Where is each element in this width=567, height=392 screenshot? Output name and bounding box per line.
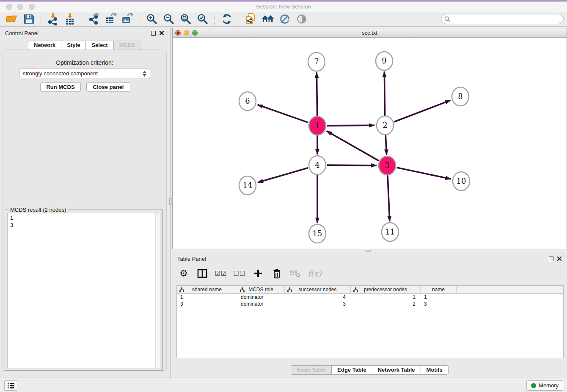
close-panel-icon[interactable] [557, 256, 562, 261]
table-tab-node-table[interactable]: Node Table [291, 365, 331, 375]
column-header-mcds-role[interactable]: MCDS role [237, 286, 285, 293]
cell-successor-nodes[interactable]: 4 [285, 294, 351, 301]
cell-shared-name[interactable]: 1 [177, 294, 237, 301]
graph-node-9[interactable]: 9 [376, 52, 393, 70]
cell-predecessor-nodes[interactable]: 2 [351, 301, 421, 307]
table-settings-gear-icon[interactable] [177, 266, 190, 281]
float-panel-icon[interactable] [549, 257, 553, 261]
divider-grab-handle[interactable] [169, 198, 172, 205]
graph-edge-1-6[interactable] [258, 105, 308, 122]
zoom-window-icon[interactable] [29, 4, 35, 10]
graph-edge-2-9[interactable] [384, 72, 385, 116]
graph-edge-3-11[interactable] [388, 175, 390, 221]
close-panel-icon[interactable] [159, 30, 164, 36]
show-details-eye-icon[interactable] [295, 13, 309, 25]
column-header-name[interactable]: name [421, 286, 457, 293]
graph-node-7[interactable]: 7 [308, 52, 325, 71]
show-columns-icon[interactable] [196, 266, 209, 281]
zoom-out-button[interactable] [162, 13, 176, 25]
cell-mcds-role[interactable]: dominator [237, 301, 285, 307]
hide-style-button[interactable] [278, 13, 292, 25]
import-table-button[interactable] [63, 13, 77, 25]
graph-edge-4-3[interactable] [327, 165, 377, 166]
horizontal-split-divider[interactable] [172, 249, 567, 252]
table-row[interactable]: 1dominator411 [177, 294, 563, 301]
graph-edge-2-3[interactable] [385, 135, 386, 155]
memory-button[interactable]: Memory [526, 380, 563, 391]
column-header-successor-nodes[interactable]: successor nodes [285, 286, 351, 293]
app-titlebar: Session: New Session [0, 2, 567, 12]
table-tab-edge-table[interactable]: Edge Table [331, 365, 372, 375]
mcds-result-text[interactable]: 13 [7, 213, 160, 368]
table-tab-motifs[interactable]: Motifs [421, 365, 449, 375]
graph-svg[interactable]: 7968124314101511 [173, 38, 567, 249]
graph-node-15[interactable]: 15 [309, 224, 326, 243]
export-network-button[interactable] [87, 13, 101, 25]
graph-edge-1-2[interactable] [327, 125, 374, 126]
graph-edge-3-1[interactable] [327, 131, 379, 160]
zoom-fit-button[interactable] [179, 13, 193, 25]
optimization-select[interactable]: strongly connected component [19, 69, 150, 78]
graph-node-label: 9 [382, 56, 386, 65]
duplicate-network-button[interactable] [244, 13, 258, 25]
graph-node-2[interactable]: 2 [377, 116, 394, 135]
column-header-predecessor-nodes[interactable]: predecessor nodes [351, 286, 421, 293]
search-input[interactable] [441, 14, 564, 24]
deselect-all-icon[interactable] [233, 266, 246, 281]
cell-successor-nodes[interactable]: 3 [285, 301, 351, 307]
vertical-split-divider[interactable] [169, 27, 172, 378]
graph-node-14[interactable]: 14 [239, 176, 256, 195]
function-builder-icon[interactable]: f(x) [308, 266, 322, 281]
cell-name[interactable]: 1 [421, 294, 457, 301]
tab-mcds[interactable]: MCDS [113, 41, 141, 50]
table-tab-network-table[interactable]: Network Table [372, 365, 421, 375]
graph-node-10[interactable]: 10 [453, 172, 470, 190]
select-all-icon[interactable] [215, 266, 227, 281]
import-network-button[interactable] [46, 13, 60, 25]
tab-network[interactable]: Network [28, 41, 61, 50]
save-session-button[interactable] [22, 13, 36, 25]
network-title: scc.txt [173, 30, 567, 36]
graph-node-11[interactable]: 11 [382, 223, 399, 241]
run-mcds-button[interactable]: Run MCDS [40, 82, 81, 92]
export-table-button[interactable] [104, 13, 118, 25]
tab-style[interactable]: Style [61, 41, 85, 50]
close-window-icon[interactable] [6, 4, 12, 10]
tab-select[interactable]: Select [85, 41, 113, 50]
export-image-button[interactable] [121, 13, 135, 25]
home-layout-button[interactable] [261, 13, 275, 25]
table-row[interactable]: 3dominator323 [177, 301, 563, 307]
zoom-in-button[interactable] [145, 13, 159, 25]
graph-node-1[interactable]: 1 [309, 116, 326, 135]
graph-edge-2-8[interactable] [394, 100, 450, 122]
task-history-button[interactable] [4, 380, 17, 391]
close-panel-button[interactable]: Close panel [86, 82, 130, 92]
column-header-filler [457, 286, 563, 293]
graph-node-4[interactable]: 4 [309, 156, 326, 174]
cell-shared-name[interactable]: 3 [177, 301, 237, 307]
memory-status-dot-icon [531, 383, 536, 388]
float-panel-icon[interactable] [151, 31, 156, 36]
network-canvas[interactable]: 7968124314101511 [173, 38, 567, 249]
open-session-button[interactable] [5, 13, 19, 25]
column-header-shared-name[interactable]: shared name [177, 286, 237, 293]
delete-column-trash-icon[interactable] [270, 266, 283, 281]
network-window-titlebar[interactable]: scc.txt [173, 28, 567, 38]
cell-mcds-role[interactable]: dominator [237, 294, 285, 301]
graph-edge-1-7[interactable] [317, 72, 317, 116]
refresh-view-button[interactable] [220, 13, 234, 25]
divider-grab-handle[interactable] [365, 250, 371, 252]
result-scrollbar[interactable] [155, 213, 160, 368]
cell-predecessor-nodes[interactable]: 1 [351, 294, 421, 301]
graph-node-6[interactable]: 6 [239, 92, 256, 110]
cell-name[interactable]: 3 [421, 301, 457, 307]
graph-edge-3-10[interactable] [397, 168, 451, 179]
graph-node-8[interactable]: 8 [452, 87, 469, 106]
zoom-selected-button[interactable] [195, 13, 210, 25]
graph-edge-4-14[interactable] [258, 168, 308, 182]
graph-node-3[interactable]: 3 [379, 156, 396, 175]
minimize-window-icon[interactable] [17, 4, 23, 10]
table-body[interactable]: 1dominator4113dominator323 [177, 294, 563, 307]
add-column-icon[interactable] [252, 266, 264, 281]
delete-table-icon[interactable] [289, 266, 302, 281]
